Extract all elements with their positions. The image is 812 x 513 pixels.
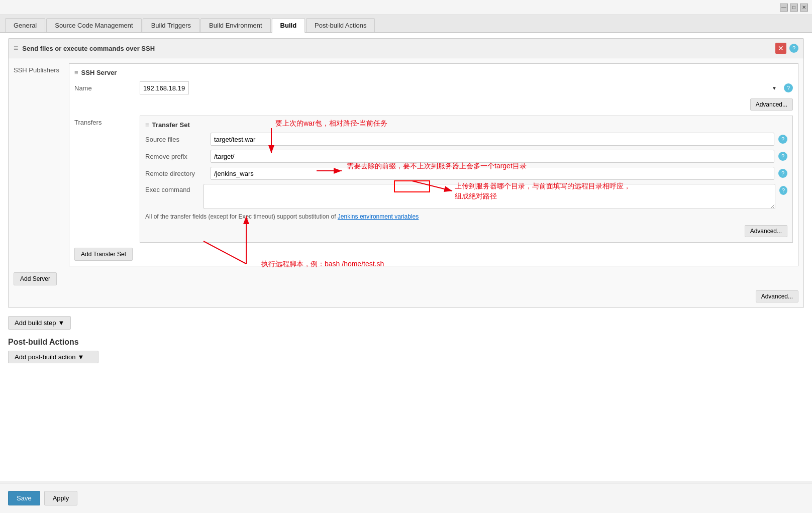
section-help-icon[interactable]: ? [789,44,798,53]
jenkins-variables-link[interactable]: Jenkins environment variables [338,213,419,220]
tab-general[interactable]: General [5,18,45,32]
section-header: ≡ Send files or execute commands over SS… [9,39,803,58]
source-files-input[interactable] [211,133,774,146]
dropdown-arrow-icon: ▼ [58,319,64,327]
transfer-set-block: ≡ Transfer Set Source files ? [140,116,793,243]
ssh-publishers-label: SSH Publishers [14,63,69,266]
source-files-row: Source files ? [145,133,787,146]
tab-build-triggers[interactable]: Build Triggers [143,18,199,32]
ssh-server-title: ≡ SSH Server [74,69,793,76]
name-row: Name 192.168.18.19 ? [74,81,793,94]
add-post-build-button[interactable]: Add post-build action ▼ [8,351,98,363]
remote-directory-row: Remote directory ? [145,167,787,180]
post-build-section: Post-build Actions Add post-build action… [8,338,804,363]
source-files-help-icon[interactable]: ? [778,135,787,144]
remote-directory-help-icon[interactable]: ? [778,169,787,178]
close-button[interactable]: ✕ [800,4,808,12]
apply-button[interactable]: Apply [44,491,78,505]
bottom-toolbar: Save Apply [0,483,812,513]
section-title: Send files or execute commands over SSH [22,45,155,52]
exec-command-help-icon[interactable]: ? [779,186,787,195]
ssh-server-block: ≡ SSH Server Name 192.168.18.19 [69,63,798,266]
page-content: General Source Code Management Build Tri… [0,15,812,513]
tabs-bar: General Source Code Management Build Tri… [0,15,812,33]
add-server-button[interactable]: Add Server [14,272,57,285]
outer-advanced-button[interactable]: Advanced... [756,290,798,302]
add-build-step-button[interactable]: Add build step ▼ [8,316,71,330]
post-build-dropdown-icon: ▼ [77,353,84,361]
name-select[interactable]: 192.168.18.19 [140,81,189,94]
transfer-drag-icon: ≡ [145,121,149,129]
remove-prefix-input[interactable] [211,150,774,163]
save-button[interactable]: Save [8,491,40,505]
transfers-label: Transfers [74,116,140,243]
remove-section-button[interactable]: ✕ [775,43,786,54]
add-transfer-set-button[interactable]: Add Transfer Set [74,248,133,261]
transfer-set-advanced-button[interactable]: Advanced... [745,225,787,237]
transfers-layout: Transfers ≡ Transfer Set Source files [74,116,793,243]
send-files-ssh-card: ≡ Send files or execute commands over SS… [8,38,804,308]
remove-prefix-help-icon[interactable]: ? [778,152,787,161]
name-help-icon[interactable]: ? [784,83,793,92]
drag-handle-icon: ≡ [14,44,18,53]
tab-build-environment[interactable]: Build Environment [200,18,271,32]
ssh-server-advanced-button[interactable]: Advanced... [750,98,793,111]
main-content: ≡ Send files or execute commands over SS… [0,33,812,481]
minimize-button[interactable]: — [780,4,788,12]
maximize-button[interactable]: □ [790,4,798,12]
section-body: SSH Publishers ≡ SSH Server Name [9,58,803,307]
ssh-server-drag-icon: ≡ [74,69,78,76]
name-label: Name [74,84,140,92]
transfer-note: All of the transfer fields (except for E… [145,213,787,220]
name-select-wrapper: 192.168.18.19 [140,81,780,94]
window-chrome: — □ ✕ [0,0,812,15]
tab-source-code[interactable]: Source Code Management [46,18,141,32]
transfer-set-title: ≡ Transfer Set [145,121,787,129]
tab-post-build[interactable]: Post-build Actions [306,18,375,32]
exec-command-textarea[interactable] [204,184,775,209]
remove-prefix-row: Remove prefix ? [145,150,787,163]
remote-directory-label: Remote directory [145,170,211,177]
remote-directory-input[interactable] [211,167,774,180]
remove-prefix-label: Remove prefix [145,153,211,160]
tab-build[interactable]: Build [272,18,306,33]
ssh-publishers-layout: SSH Publishers ≡ SSH Server Name [14,63,798,266]
exec-command-label: Exec command [145,184,204,193]
source-files-label: Source files [145,136,211,143]
post-build-title: Post-build Actions [8,338,804,347]
exec-command-row: Exec command ? [145,184,787,209]
